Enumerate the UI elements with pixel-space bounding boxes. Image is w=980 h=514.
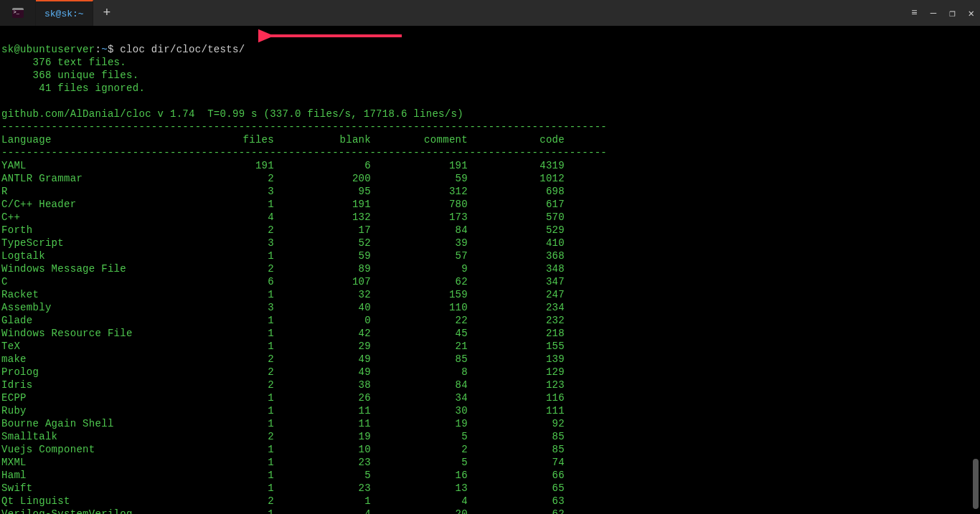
- prompt-user: sk@ubuntuserver: [1, 44, 95, 55]
- cell-comment: 5: [371, 430, 468, 443]
- cell-code: 74: [468, 456, 565, 469]
- cell-lang: Ruby: [1, 404, 202, 417]
- maximize-button[interactable]: ❐: [949, 7, 955, 19]
- table-row: C/C++ Header1191780617: [1, 198, 979, 211]
- cell-blank: 1: [274, 495, 371, 508]
- cell-blank: 6: [274, 159, 371, 172]
- cell-blank: 38: [274, 379, 371, 391]
- cell-comment: 45: [371, 327, 468, 340]
- cell-code: 232: [468, 314, 565, 327]
- cell-code: 129: [468, 366, 565, 379]
- cell-lang: ANTLR Grammar: [1, 172, 202, 185]
- table-row: Ruby11130111: [1, 404, 979, 417]
- add-tab-button[interactable]: +: [93, 0, 121, 26]
- cell-blank: 89: [274, 262, 371, 275]
- minimize-button[interactable]: —: [930, 7, 936, 19]
- cell-files: 2: [202, 172, 274, 185]
- window-controls: ≡ — ❐ ✕: [911, 7, 974, 19]
- cell-lang: Verilog-SystemVerilog: [1, 508, 202, 514]
- cell-files: 2: [202, 366, 274, 379]
- cell-code: 123: [468, 379, 565, 391]
- cell-lang: Glade: [1, 314, 202, 327]
- output-line: 41 files ignored.: [1, 82, 145, 94]
- tab-active[interactable]: sk@sk:~: [36, 0, 93, 26]
- cell-lang: C: [1, 275, 202, 288]
- prompt-path: ~: [101, 44, 108, 55]
- cell-files: 1: [202, 469, 274, 482]
- cell-code: 65: [468, 482, 565, 495]
- cell-lang: YAML: [1, 159, 202, 172]
- cell-code: 63: [468, 495, 565, 508]
- table-row: ECPP12634116: [1, 391, 979, 404]
- cell-files: 1: [202, 508, 274, 514]
- cell-comment: 84: [371, 379, 468, 391]
- cell-comment: 2: [371, 443, 468, 456]
- cell-files: 4: [202, 211, 274, 224]
- table-row: TeX12921155: [1, 340, 979, 353]
- cell-blank: 10: [274, 443, 371, 456]
- cell-blank: 29: [274, 340, 371, 353]
- cell-comment: 19: [371, 417, 468, 430]
- table-row: Haml151666: [1, 469, 979, 482]
- cell-code: 348: [468, 262, 565, 275]
- cell-code: 368: [468, 249, 565, 262]
- close-button[interactable]: ✕: [969, 7, 974, 19]
- output-line: 376 text files.: [1, 57, 126, 68]
- cell-lang: R: [1, 185, 202, 198]
- table-row: Bourne Again Shell1111992: [1, 417, 979, 430]
- cell-files: 3: [202, 185, 274, 198]
- cell-lang: C++: [1, 211, 202, 224]
- cell-comment: 4: [371, 495, 468, 508]
- cell-files: 1: [202, 340, 274, 353]
- titlebar: sk@sk:~ + ≡ — ❐ ✕: [0, 0, 980, 26]
- header-code: code: [468, 133, 565, 146]
- cell-code: 529: [468, 224, 565, 237]
- cell-files: 2: [202, 379, 274, 391]
- cell-blank: 49: [274, 366, 371, 379]
- table-row: Vuejs Component110285: [1, 443, 979, 456]
- cell-code: 111: [468, 404, 565, 417]
- terminal-output[interactable]: sk@ubuntuserver:~$ cloc dir/cloc/tests/ …: [0, 26, 980, 514]
- cell-lang: MXML: [1, 456, 202, 469]
- table-row: Smalltalk219585: [1, 430, 979, 443]
- cell-blank: 200: [274, 172, 371, 185]
- cell-lang: TeX: [1, 340, 202, 353]
- header-files: files: [202, 133, 274, 146]
- cell-code: 247: [468, 288, 565, 301]
- table-row: Racket132159247: [1, 288, 979, 301]
- cell-blank: 132: [274, 211, 371, 224]
- table-row: TypeScript35239410: [1, 237, 979, 249]
- cell-lang: make: [1, 353, 202, 366]
- table-row: Logtalk15957368: [1, 249, 979, 262]
- cell-comment: 21: [371, 340, 468, 353]
- cell-files: 1: [202, 327, 274, 340]
- cell-comment: 85: [371, 353, 468, 366]
- cell-blank: 32: [274, 288, 371, 301]
- cell-code: 570: [468, 211, 565, 224]
- table-row: Windows Resource File14245218: [1, 327, 979, 340]
- table-row: MXML123574: [1, 456, 979, 469]
- table-row: Forth21784529: [1, 224, 979, 237]
- tab-icon-only[interactable]: [0, 0, 36, 26]
- command-text: cloc dir/cloc/tests/: [120, 44, 245, 55]
- cell-comment: 59: [371, 172, 468, 185]
- cell-comment: 30: [371, 404, 468, 417]
- cell-comment: 57: [371, 249, 468, 262]
- table-header: Languagefilesblankcommentcode: [1, 133, 979, 146]
- cell-code: 410: [468, 237, 565, 249]
- cell-lang: Assembly: [1, 301, 202, 314]
- cell-lang: ECPP: [1, 391, 202, 404]
- cell-comment: 5: [371, 456, 468, 469]
- cell-files: 3: [202, 301, 274, 314]
- cell-lang: Logtalk: [1, 249, 202, 262]
- output-line: 368 unique files.: [1, 70, 138, 81]
- hamburger-icon[interactable]: ≡: [911, 7, 917, 19]
- cell-comment: 22: [371, 314, 468, 327]
- cell-files: 1: [202, 404, 274, 417]
- cell-files: 2: [202, 495, 274, 508]
- cell-blank: 23: [274, 456, 371, 469]
- table-row: ANTLR Grammar2200591012: [1, 172, 979, 185]
- scrollbar[interactable]: [973, 459, 979, 509]
- cell-blank: 59: [274, 249, 371, 262]
- cell-files: 191: [202, 159, 274, 172]
